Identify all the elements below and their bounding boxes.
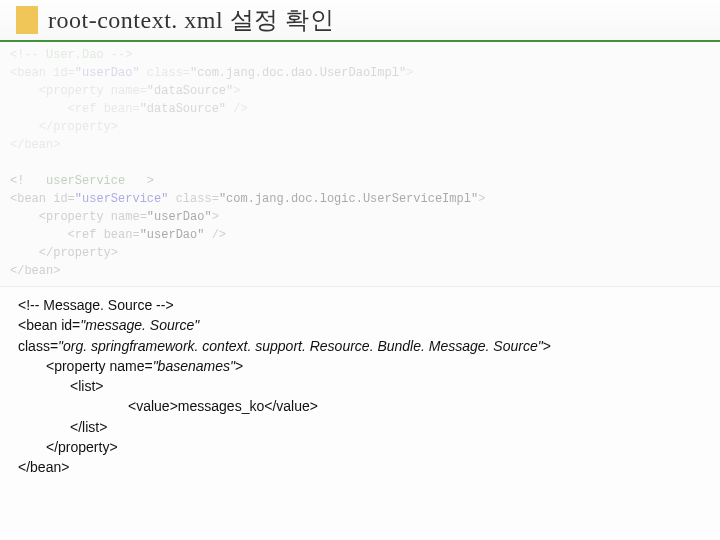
code-line: <property name="userDao"> [10, 208, 710, 226]
snippet-line: </property> [18, 437, 702, 457]
page-title: root-context. xml 설정 확인 [48, 4, 334, 36]
snippet-line: <property name="basenames"> [18, 356, 702, 376]
code-line: </property> [10, 244, 710, 262]
code-line: <!-- User.Dao --> [10, 46, 710, 64]
snippet-line: </bean> [18, 457, 702, 477]
snippet-line: class="org. springframework. context. su… [18, 336, 702, 356]
code-line: <bean id="userDao" class="com.jang.doc.d… [10, 64, 710, 82]
snippet-line: <!-- Message. Source --> [18, 295, 702, 315]
code-line: </property> [10, 118, 710, 136]
code-line: <! userService > [10, 172, 710, 190]
code-line: </bean> [10, 262, 710, 280]
bottom-xml-snippet: <!-- Message. Source --> <bean id="messa… [18, 295, 702, 478]
code-line: <property name="dataSource"> [10, 82, 710, 100]
code-line: </bean> [10, 136, 710, 154]
accent-block [16, 6, 38, 34]
code-line: <bean id="userService" class="com.jang.d… [10, 190, 710, 208]
code-line [10, 154, 710, 172]
code-block-xml: <!-- User.Dao --><bean id="userDao" clas… [0, 42, 720, 287]
snippet-line: </list> [18, 417, 702, 437]
title-bar: root-context. xml 설정 확인 [0, 0, 720, 42]
snippet-line: <value>messages_ko</value> [18, 396, 702, 416]
snippet-line: <bean id="message. Source" [18, 315, 702, 335]
snippet-line: <list> [18, 376, 702, 396]
code-line: <ref bean="userDao" /> [10, 226, 710, 244]
code-line: <ref bean="dataSource" /> [10, 100, 710, 118]
